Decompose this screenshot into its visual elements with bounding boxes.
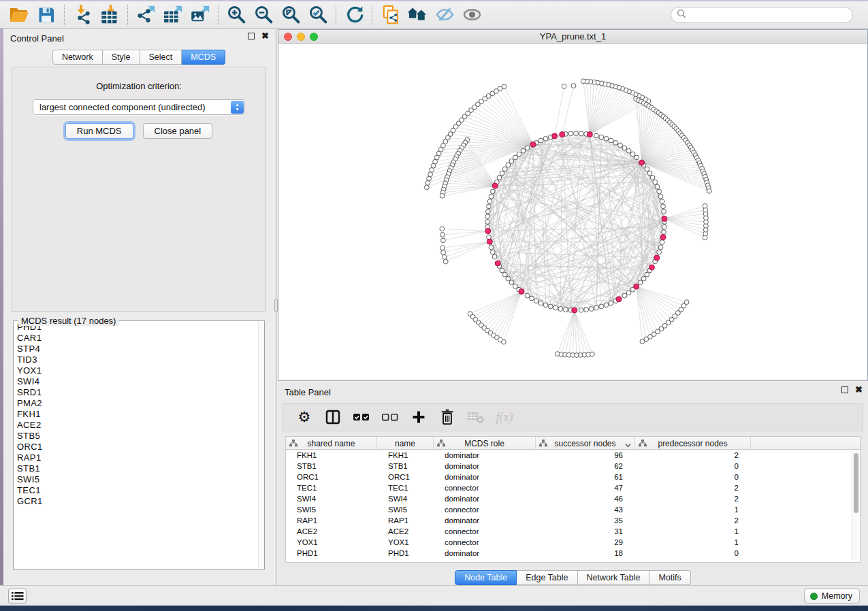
graph-node[interactable] [441, 250, 446, 255]
column-header-shared-name[interactable]: shared name [286, 437, 377, 450]
graph-node[interactable] [440, 246, 445, 250]
graph-node[interactable] [604, 136, 609, 141]
tab-select[interactable]: Select [140, 50, 182, 65]
import-table-icon[interactable] [96, 3, 123, 27]
graph-node-mcds[interactable] [587, 132, 592, 137]
float-table-panel-icon[interactable] [841, 386, 848, 393]
graph-node[interactable] [589, 307, 594, 312]
graph-node-mcds[interactable] [492, 183, 498, 188]
graph-node[interactable] [500, 171, 504, 176]
graph-node[interactable] [509, 159, 514, 163]
export-table-icon[interactable] [159, 3, 187, 27]
graph-node-mcds[interactable] [660, 235, 666, 240]
graph-node[interactable] [539, 301, 543, 306]
graph-node[interactable] [662, 230, 666, 235]
table-row[interactable]: FKH1FKH1dominator962 [286, 450, 860, 461]
graph-node[interactable] [502, 340, 507, 344]
graph-node[interactable] [441, 238, 446, 243]
graph-node[interactable] [626, 291, 631, 295]
delete-column-icon[interactable] [434, 406, 460, 429]
table-row[interactable]: SWI4SWI4dominator462 [286, 493, 860, 504]
graph-node[interactable] [485, 214, 490, 219]
tab-edge-table[interactable]: Edge Table [517, 570, 577, 585]
graph-node[interactable] [662, 210, 666, 214]
select-all-icon[interactable] [349, 406, 374, 429]
tab-style[interactable]: Style [103, 50, 140, 65]
graph-node[interactable] [707, 188, 711, 193]
table-scrollbar[interactable] [852, 451, 859, 560]
zoom-selected-icon[interactable] [304, 3, 332, 27]
graph-node[interactable] [558, 307, 563, 312]
refresh-view-icon[interactable] [340, 3, 368, 27]
graph-node-mcds[interactable] [530, 142, 536, 147]
graph-node[interactable] [618, 143, 623, 148]
tab-network[interactable]: Network [52, 50, 103, 65]
graph-node-mcds[interactable] [572, 308, 577, 313]
tab-mcds[interactable]: MCDS [182, 50, 225, 65]
graph-node[interactable] [609, 301, 613, 306]
tab-network-table[interactable]: Network Table [578, 570, 650, 585]
graph-node[interactable] [425, 181, 430, 186]
graph-node[interactable] [630, 152, 635, 156]
table-row[interactable]: YOX1YOX1connector291 [286, 537, 860, 548]
graph-node[interactable] [525, 293, 530, 298]
open-file-icon[interactable] [5, 3, 33, 27]
network-window-titlebar[interactable]: YPA_prune.txt_1 [278, 30, 867, 44]
graph-node[interactable] [509, 280, 514, 285]
export-image-icon[interactable] [187, 3, 214, 27]
graph-node[interactable] [490, 250, 495, 254]
save-session-icon[interactable] [33, 3, 60, 27]
graph-node[interactable] [645, 167, 649, 171]
graph-node[interactable] [427, 176, 432, 181]
graph-node[interactable] [626, 148, 631, 153]
graph-node[interactable] [534, 299, 539, 303]
column-header-MCDS-role[interactable]: MCDS role [434, 437, 536, 450]
close-panel-icon[interactable]: ✖ [261, 33, 269, 39]
graph-node[interactable] [490, 189, 495, 194]
graph-node[interactable] [440, 193, 445, 198]
graph-node[interactable] [571, 84, 576, 88]
settings-gear-icon[interactable]: ⚙ [291, 406, 317, 429]
zoom-window-icon[interactable] [310, 33, 318, 41]
graph-node-mcds[interactable] [485, 229, 491, 234]
graph-node[interactable] [521, 148, 526, 153]
graph-node[interactable] [622, 293, 627, 298]
graph-node-mcds[interactable] [560, 132, 565, 137]
graph-node[interactable] [579, 131, 583, 136]
graph-node[interactable] [657, 189, 662, 194]
graph-node[interactable] [497, 176, 502, 180]
hide-details-icon[interactable] [431, 3, 458, 27]
graph-node[interactable] [590, 352, 595, 357]
graph-node[interactable] [655, 184, 660, 189]
graph-node[interactable] [661, 204, 666, 209]
graph-node-mcds[interactable] [654, 255, 660, 261]
graph-node-mcds[interactable] [519, 288, 524, 294]
graph-node[interactable] [574, 131, 579, 136]
graph-node[interactable] [428, 172, 433, 177]
graph-node[interactable] [440, 233, 445, 237]
graph-node[interactable] [653, 180, 658, 184]
table-row[interactable]: PHD1PHD1dominator180 [286, 548, 860, 559]
graph-node[interactable] [424, 185, 429, 190]
column-header-successor-nodes[interactable]: successor nodes [536, 437, 635, 450]
graph-node[interactable] [506, 276, 511, 281]
deselect-all-icon[interactable] [377, 406, 403, 429]
zoom-fit-icon[interactable] [277, 3, 304, 27]
graph-node[interactable] [579, 308, 583, 312]
graph-node[interactable] [562, 84, 566, 88]
graph-node[interactable] [657, 250, 662, 254]
table-row[interactable]: TEC1TEC1connector472 [286, 482, 860, 493]
memory-button[interactable]: Memory [804, 589, 860, 604]
graph-node[interactable] [581, 79, 585, 84]
graph-node[interactable] [502, 272, 507, 277]
graph-node-mcds[interactable] [487, 239, 492, 244]
graph-node[interactable] [599, 135, 604, 139]
graph-node[interactable] [604, 303, 609, 308]
table-scrollbar-thumb[interactable] [854, 453, 858, 513]
graph-node[interactable] [594, 133, 599, 138]
graph-node[interactable] [584, 308, 589, 312]
graph-node-mcds[interactable] [552, 133, 558, 139]
graph-node[interactable] [658, 245, 663, 250]
graph-node-mcds[interactable] [639, 160, 645, 165]
graph-node[interactable] [613, 140, 618, 145]
